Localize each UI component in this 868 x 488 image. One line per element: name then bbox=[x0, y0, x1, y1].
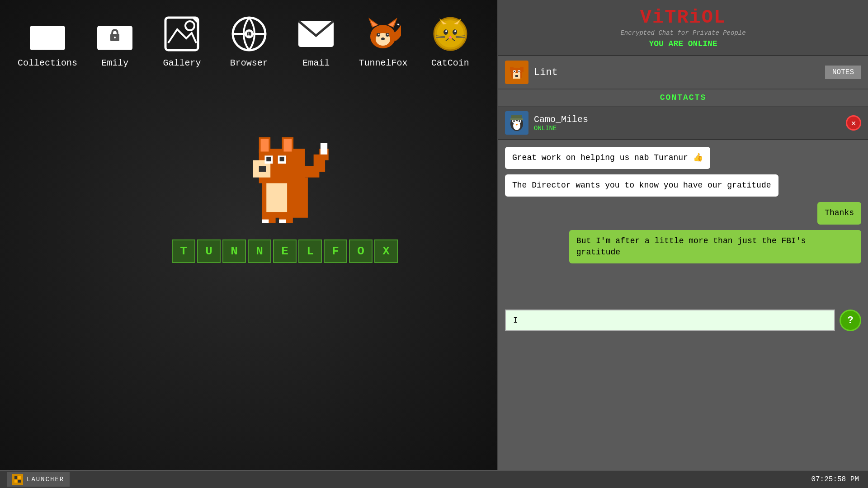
svg-rect-50 bbox=[283, 139, 292, 151]
vitriol-title-text: ViTRiOL bbox=[640, 7, 726, 28]
icon-browser[interactable]: i Browser bbox=[220, 14, 278, 68]
message-3-text: Thanks bbox=[825, 208, 854, 217]
user-name: Lint bbox=[534, 67, 825, 78]
browser-icon-img: i bbox=[229, 14, 269, 54]
tunnelfox-logo: T U N N E L F O X bbox=[172, 108, 398, 263]
icon-gallery[interactable]: Gallery bbox=[153, 14, 211, 68]
tf-letter-l: L bbox=[298, 239, 322, 263]
chat-messages-area[interactable]: Great work on helping us nab Turanur 👍 T… bbox=[498, 140, 868, 303]
tunnelfox-text: T U N N E L F O X bbox=[172, 239, 398, 263]
contacts-header: CONTACTS bbox=[498, 89, 868, 107]
svg-point-23 bbox=[387, 34, 389, 35]
svg-rect-63 bbox=[520, 67, 524, 72]
svg-rect-48 bbox=[261, 139, 269, 151]
svg-rect-55 bbox=[259, 166, 266, 172]
contact-info: Camo_Miles ONLINE bbox=[534, 114, 846, 132]
email-label: Email bbox=[302, 58, 330, 68]
svg-rect-44 bbox=[321, 143, 327, 154]
svg-rect-80 bbox=[14, 476, 17, 479]
message-3: Thanks bbox=[817, 202, 861, 224]
message-4: But I'm after a little more than just th… bbox=[569, 230, 861, 263]
online-status: YOU ARE ONLINE bbox=[505, 39, 861, 48]
message-1-text: Great work on helping us nab Turanur 👍 bbox=[512, 153, 703, 162]
svg-point-26 bbox=[437, 20, 464, 47]
collections-label: Collections bbox=[18, 58, 77, 68]
tf-letter-n1: N bbox=[222, 239, 246, 263]
icon-bar: Collections Emily bbox=[0, 0, 497, 82]
message-4-text: But I'm after a little more than just th… bbox=[576, 236, 806, 257]
message-2: The Director wants you to know you have … bbox=[505, 174, 778, 197]
catcoin-label: CatCoin bbox=[431, 58, 469, 68]
svg-point-32 bbox=[453, 29, 457, 35]
svg-rect-56 bbox=[266, 183, 287, 212]
fox-sprite-svg bbox=[226, 108, 344, 235]
svg-point-4 bbox=[114, 37, 116, 38]
svg-rect-78 bbox=[510, 118, 523, 120]
desktop: Collections Emily bbox=[0, 0, 497, 470]
email-icon-img bbox=[296, 14, 336, 54]
icon-catcoin[interactable]: CatCoin bbox=[421, 14, 479, 68]
contact-status: ONLINE bbox=[534, 125, 846, 132]
notes-button[interactable]: NOTES bbox=[825, 66, 861, 79]
svg-text:i: i bbox=[247, 32, 250, 37]
chat-messages: Great work on helping us nab Turanur 👍 T… bbox=[498, 140, 868, 270]
vitriol-subtitle: Encrypted Chat for Private People bbox=[505, 29, 861, 37]
icon-tunnelfox[interactable]: TunnelFox bbox=[354, 14, 412, 68]
send-icon: ? bbox=[847, 315, 853, 326]
svg-point-24 bbox=[381, 38, 385, 40]
svg-rect-54 bbox=[280, 157, 284, 161]
svg-point-68 bbox=[519, 71, 520, 72]
svg-rect-83 bbox=[18, 480, 21, 483]
chat-input[interactable] bbox=[505, 310, 835, 331]
svg-point-75 bbox=[519, 120, 520, 122]
taskbar: LAUNCHER 07:25:58 PM bbox=[0, 470, 868, 488]
emily-label: Emily bbox=[101, 58, 128, 68]
vitriol-panel: ViTRiOL Encrypted Chat for Private Peopl… bbox=[497, 0, 868, 470]
launcher-label: LAUNCHER bbox=[27, 476, 64, 483]
send-button[interactable]: ? bbox=[840, 310, 861, 331]
svg-rect-59 bbox=[262, 220, 269, 223]
browser-label: Browser bbox=[230, 58, 268, 68]
svg-point-31 bbox=[443, 29, 448, 35]
svg-point-67 bbox=[514, 71, 515, 72]
icon-collections[interactable]: Collections bbox=[18, 14, 77, 68]
tf-letter-e: E bbox=[273, 239, 297, 263]
launcher-icon bbox=[12, 474, 23, 485]
tf-letter-u: U bbox=[197, 239, 221, 263]
contact-name: Camo_Miles bbox=[534, 114, 846, 125]
tf-letter-t: T bbox=[172, 239, 195, 263]
svg-point-33 bbox=[445, 30, 447, 32]
emily-icon-img bbox=[94, 14, 135, 54]
contact-avatar bbox=[505, 111, 528, 135]
svg-rect-62 bbox=[510, 67, 514, 72]
icon-email[interactable]: Email bbox=[287, 14, 345, 68]
tf-letter-f: F bbox=[324, 239, 347, 263]
svg-rect-82 bbox=[14, 480, 17, 483]
icon-emily[interactable]: Emily bbox=[86, 14, 144, 68]
tf-letter-n2: N bbox=[248, 239, 271, 263]
svg-rect-69 bbox=[515, 75, 518, 77]
svg-point-6 bbox=[185, 21, 194, 30]
user-row: Lint NOTES bbox=[498, 56, 868, 89]
taskbar-launcher[interactable]: LAUNCHER bbox=[7, 472, 70, 487]
message-1: Great work on helping us nab Turanur 👍 bbox=[505, 147, 710, 169]
collections-icon-img bbox=[27, 14, 68, 54]
svg-rect-81 bbox=[18, 476, 21, 479]
tf-letter-x: X bbox=[374, 239, 398, 263]
contact-remove-button[interactable]: ✕ bbox=[846, 115, 861, 131]
vitriol-header: ViTRiOL Encrypted Chat for Private Peopl… bbox=[498, 0, 868, 56]
tunnelfox-label: TunnelFox bbox=[359, 58, 407, 68]
gallery-label: Gallery bbox=[163, 58, 201, 68]
contact-item[interactable]: Camo_Miles ONLINE ✕ bbox=[498, 107, 868, 140]
contacts-label: CONTACTS bbox=[660, 93, 706, 102]
chat-input-area: ? bbox=[498, 303, 868, 338]
message-2-text: The Director wants you to know you have … bbox=[512, 181, 771, 190]
gallery-icon-img bbox=[161, 14, 202, 54]
vitriol-title: ViTRiOL bbox=[505, 7, 861, 28]
catcoin-icon-img bbox=[430, 14, 471, 54]
svg-point-74 bbox=[513, 120, 515, 122]
svg-point-34 bbox=[454, 30, 456, 32]
user-avatar bbox=[505, 61, 528, 84]
taskbar-clock: 07:25:58 PM bbox=[811, 475, 859, 483]
svg-rect-52 bbox=[266, 157, 271, 161]
